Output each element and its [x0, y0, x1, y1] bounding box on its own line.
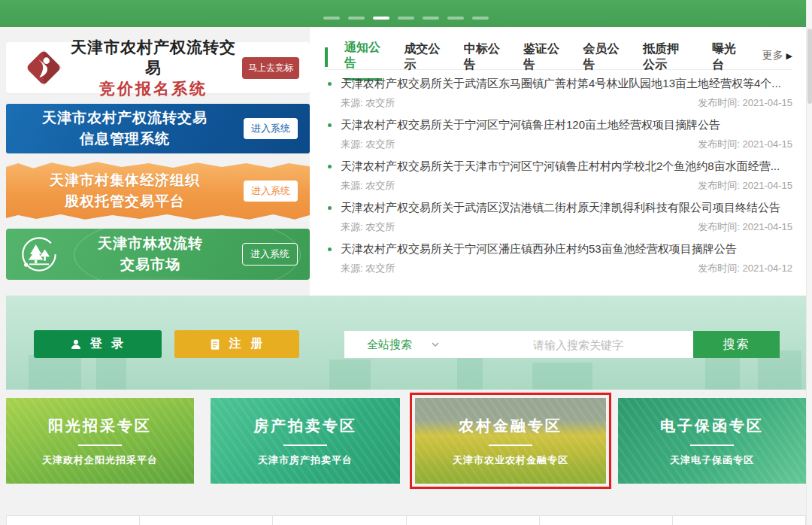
- page: 天津市农村产权流转交易 竞价报名系统 马上去竞标 天津市农村产权流转交易 信息管…: [0, 0, 812, 525]
- grid-cell: [539, 515, 672, 525]
- carousel-dot[interactable]: [398, 17, 414, 20]
- search-box: 全站搜索 搜索: [344, 331, 780, 358]
- grid-cell: [406, 515, 539, 525]
- equity-enter-button[interactable]: 进入系统: [244, 181, 298, 202]
- bullet-icon: [328, 247, 332, 251]
- zone-subtitle: 天津市农业农村金融专区: [415, 454, 606, 467]
- zone-electronic-guarantee[interactable]: 电子保函专区 天津电子保函专区: [618, 398, 806, 484]
- grid-cell: [6, 515, 139, 525]
- news-source: 来源: 农交所: [341, 220, 395, 234]
- info-system-banner[interactable]: 天津市农村产权流转交易 信息管理系统 进入系统: [6, 104, 310, 153]
- carousel-dots: [0, 17, 812, 20]
- brand-subtitle: 竞价报名系统: [65, 78, 242, 99]
- news-item: 天津农村产权交易所关于天津市宁河区宁河镇鲁庄村村内学校北2个鱼池约8亩水面经营.…: [325, 159, 792, 201]
- news-source: 来源: 农交所: [341, 96, 395, 110]
- news-source: 来源: 农交所: [341, 138, 395, 151]
- news-date: 发布时间: 2021-04-15: [698, 179, 792, 193]
- carousel-dot[interactable]: [447, 17, 464, 20]
- info-system-enter-button[interactable]: 进入系统: [244, 118, 298, 139]
- grid-cell: [139, 515, 272, 525]
- carousel-dot[interactable]: [323, 17, 340, 20]
- grid-cell: [272, 515, 405, 525]
- more-arrow-icon: ▶: [786, 51, 792, 60]
- news-item: 天津农村产权交易所关于武清区东马圈镇广善村第4号林业队园地13亩土地经营权等4个…: [325, 77, 792, 118]
- bullet-icon: [328, 165, 332, 168]
- forest-line1: 天津市林权流转: [59, 233, 242, 254]
- scrollbar[interactable]: [806, 0, 812, 525]
- search-input[interactable]: [456, 331, 693, 358]
- scrollbar-thumb[interactable]: [807, 29, 812, 104]
- bullet-icon: [328, 206, 332, 210]
- news-title-link[interactable]: 天津农村产权交易所关于宁河区潘庄镇西孙庄村约53亩鱼池经营权项目摘牌公告: [341, 242, 737, 256]
- news-item: 天津农村产权交易所关于武清区汊沽港镇二街村原天津凯得利科技有限公司项目终结公告 …: [325, 201, 792, 242]
- brand-logo-icon: [23, 47, 65, 89]
- news-item: 天津农村产权交易所关于宁河区潘庄镇西孙庄村约53亩鱼池经营权项目摘牌公告 来源:…: [325, 242, 792, 284]
- news-title-link[interactable]: 天津农村产权交易所关于武清区东马圈镇广善村第4号林业队园地13亩土地经营权等4个…: [341, 77, 781, 91]
- news-tabbar: 通知公告 成交公示 中标公告 鉴证公告 会员公告 抵质押公示 曝光台 更多 ▶: [325, 45, 792, 70]
- brand-title: 天津市农村产权流转交易: [65, 37, 242, 78]
- carousel-dot[interactable]: [348, 17, 365, 20]
- search-scope-select[interactable]: 全站搜索: [344, 331, 456, 358]
- tab-deal-publicity[interactable]: 成交公示: [404, 41, 441, 80]
- tab-accent-bar: [325, 47, 328, 67]
- zone-divider: [690, 445, 734, 446]
- news-item: 天津农村产权交易所关于宁河区宁河镇鲁庄村120亩土地经营权项目摘牌公告 来源: …: [325, 118, 792, 159]
- news-title-link[interactable]: 天津农村产权交易所关于天津市宁河区宁河镇鲁庄村村内学校北2个鱼池约8亩水面经营.…: [341, 159, 780, 174]
- tab-authentication[interactable]: 鉴证公告: [523, 41, 561, 80]
- go-bid-button[interactable]: 马上去竞标: [242, 57, 299, 79]
- info-system-line2: 信息管理系统: [6, 129, 244, 150]
- news-panel: 通知公告 成交公示 中标公告 鉴证公告 会员公告 抵质押公示 曝光台 更多 ▶ …: [310, 27, 806, 296]
- news-title-link[interactable]: 天津农村产权交易所关于武清区汊沽港镇二街村原天津凯得利科技有限公司项目终结公告: [341, 201, 780, 215]
- chevron-down-icon: [432, 341, 439, 348]
- carousel-banner: [0, 0, 812, 27]
- zone-rural-finance[interactable]: 农村金融专区 天津市农业农村金融专区: [415, 398, 606, 484]
- tab-exposure[interactable]: 曝光台: [712, 41, 741, 80]
- trees-circle-icon: [20, 235, 59, 274]
- carousel-dot[interactable]: [472, 17, 489, 20]
- news-title-link[interactable]: 天津农村产权交易所关于宁河区宁河镇鲁庄村120亩土地经营权项目摘牌公告: [341, 118, 720, 132]
- register-button[interactable]: 注 册: [174, 330, 299, 358]
- more-link[interactable]: 更多 ▶: [762, 49, 792, 62]
- tab-winning-bid[interactable]: 中标公告: [464, 41, 501, 80]
- zone-subtitle: 天津市房产拍卖平台: [211, 454, 400, 467]
- bottom-grid-row: [6, 515, 806, 525]
- document-icon: [208, 338, 222, 351]
- news-source: 来源: 农交所: [341, 262, 395, 275]
- news-date: 发布时间: 2021-04-15: [698, 138, 792, 151]
- brand-panel: 天津市农村产权流转交易 竞价报名系统 马上去竞标: [6, 42, 310, 93]
- carousel-dot-active[interactable]: [373, 17, 389, 20]
- forest-line2: 交易市场: [59, 254, 242, 275]
- tab-notice[interactable]: 通知公告: [344, 40, 382, 80]
- bullet-icon: [328, 123, 332, 127]
- tab-pledge[interactable]: 抵质押公示: [643, 41, 690, 80]
- zone-divider: [489, 445, 532, 446]
- zone-divider: [283, 445, 327, 446]
- news-date: 发布时间: 2021-04-12: [698, 262, 792, 275]
- zone-subtitle: 天津政村企阳光招采平台: [6, 454, 194, 467]
- equity-line1: 天津市村集体经济组织: [6, 170, 244, 191]
- forest-market-banner[interactable]: 天津市林权流转 交易市场 进入系统: [6, 229, 310, 280]
- login-button[interactable]: 登 录: [34, 330, 162, 358]
- info-system-line1: 天津市农村产权流转交易: [6, 108, 244, 129]
- zone-title: 阳光招采专区: [6, 416, 194, 436]
- zone-subtitle: 天津电子保函专区: [618, 454, 806, 467]
- zone-divider: [78, 445, 122, 446]
- zone-real-estate-auction[interactable]: 房产拍卖专区 天津市房产拍卖平台: [211, 398, 400, 484]
- forest-enter-button[interactable]: 进入系统: [242, 243, 298, 266]
- zone-title: 房产拍卖专区: [211, 416, 400, 436]
- news-source: 来源: 农交所: [341, 179, 395, 193]
- equity-banner[interactable]: 天津市村集体经济组织 股权托管交易平台 进入系统: [6, 159, 310, 223]
- zone-sunshine-procurement[interactable]: 阳光招采专区 天津政村企阳光招采平台: [6, 398, 194, 484]
- carousel-dot[interactable]: [423, 17, 439, 20]
- search-button[interactable]: 搜索: [693, 331, 780, 358]
- news-date: 发布时间: 2021-04-15: [698, 220, 792, 234]
- bullet-icon: [328, 82, 332, 86]
- grid-cell: [672, 515, 806, 525]
- equity-line2: 股权托管交易平台: [6, 191, 244, 212]
- person-icon: [69, 338, 83, 351]
- news-list: 天津农村产权交易所关于武清区东马圈镇广善村第4号林业队园地13亩土地经营权等4个…: [325, 77, 792, 284]
- zone-title: 电子保函专区: [618, 416, 806, 436]
- zone-title: 农村金融专区: [415, 416, 606, 436]
- tab-member[interactable]: 会员公告: [583, 41, 621, 80]
- news-date: 发布时间: 2021-04-15: [698, 96, 792, 110]
